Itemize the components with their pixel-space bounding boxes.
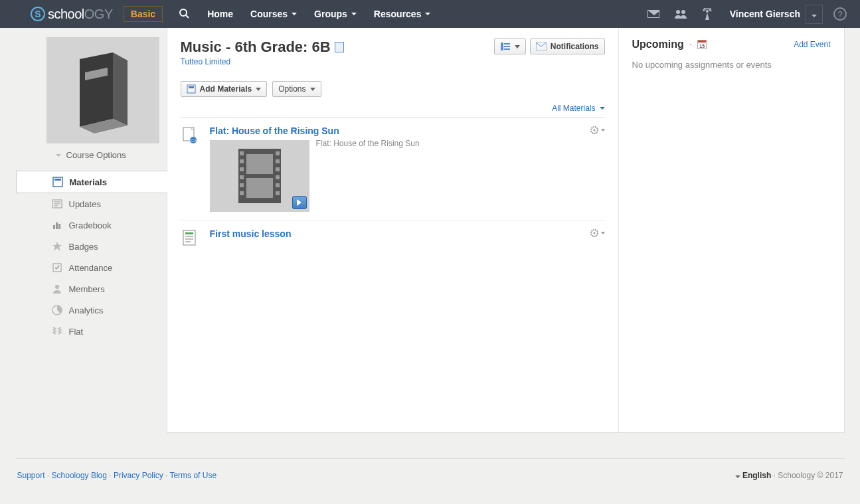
chevron-down-icon: [425, 13, 430, 15]
svg-rect-43: [276, 159, 280, 163]
svg-point-20: [55, 285, 59, 289]
brand-text: schoolOGY: [48, 7, 113, 22]
svg-rect-51: [185, 232, 193, 234]
user-name[interactable]: Vincent Giersch: [730, 9, 800, 19]
svg-rect-23: [504, 43, 510, 44]
svg-point-56: [593, 232, 595, 234]
brand-mark: S: [31, 7, 45, 21]
svg-rect-52: [185, 236, 193, 237]
updates-icon: [52, 199, 62, 209]
sidebar-item-label: Analytics: [69, 305, 104, 315]
notifications-button[interactable]: Notifications: [530, 39, 605, 54]
people-icon[interactable]: [674, 9, 687, 19]
svg-rect-16: [56, 222, 58, 229]
material-settings-button[interactable]: [590, 228, 605, 238]
material-item: First music lesson: [181, 220, 605, 255]
view-toggle-button[interactable]: [494, 39, 526, 54]
footer-blog-link[interactable]: Schoology Blog: [52, 471, 107, 480]
language-selector[interactable]: English: [742, 471, 771, 480]
sidebar-item-members[interactable]: Members: [16, 278, 167, 299]
svg-rect-53: [185, 238, 193, 240]
search-icon[interactable]: [169, 8, 199, 21]
material-title-link[interactable]: Flat: House of the Rising Sun: [210, 126, 605, 136]
material-title-link[interactable]: First music lesson: [210, 228, 605, 239]
svg-point-0: [180, 9, 187, 16]
sidebar-item-label: Members: [69, 284, 105, 294]
gear-icon: [590, 126, 599, 135]
sidebar-item-badges[interactable]: Badges: [16, 236, 167, 257]
material-body: First music lesson: [210, 228, 605, 247]
sidebar-item-materials[interactable]: Materials: [16, 171, 167, 193]
sidebar-item-label: Flat: [69, 327, 84, 337]
svg-point-3: [681, 10, 685, 14]
right-rail: Upcoming · 15 Add Event No upcoming assi…: [618, 28, 844, 432]
sidebar-item-updates[interactable]: Updates: [16, 193, 167, 214]
svg-rect-22: [501, 42, 503, 50]
svg-rect-42: [276, 151, 280, 155]
svg-rect-27: [187, 85, 195, 93]
chevron-down-icon: [812, 15, 817, 17]
options-button[interactable]: Options: [272, 81, 321, 97]
svg-point-2: [676, 10, 680, 14]
material-settings-button[interactable]: [590, 126, 605, 135]
svg-rect-17: [58, 224, 60, 229]
user-menu-toggle[interactable]: [806, 5, 823, 24]
course-options-toggle[interactable]: Course Options: [46, 143, 167, 167]
chevron-down-icon: [601, 232, 605, 234]
film-icon: [233, 146, 286, 206]
course-title: Music - 6th Grade: 6B: [181, 39, 344, 56]
add-event-link[interactable]: Add Event: [794, 40, 830, 49]
footer-support-link[interactable]: Support: [17, 471, 45, 480]
sidebar-item-flat[interactable]: Flat: [16, 321, 167, 342]
page-icon[interactable]: [335, 42, 344, 52]
upcoming-title-text: Upcoming: [632, 39, 684, 50]
plan-badge[interactable]: Basic: [124, 6, 163, 22]
materials-filter[interactable]: All Materials: [552, 104, 604, 113]
gear-icon: [590, 228, 599, 238]
mail-icon[interactable]: [647, 10, 659, 18]
footer-privacy-link[interactable]: Privacy Policy: [114, 471, 163, 480]
course-thumbnail[interactable]: [46, 37, 159, 143]
star-icon: [52, 241, 62, 252]
brand-logo[interactable]: S schoolOGY: [31, 7, 113, 22]
play-icon: [297, 199, 301, 206]
calendar-icon[interactable]: 15: [697, 40, 707, 49]
nav-home-label: Home: [207, 9, 233, 19]
sidebar-item-gradebook[interactable]: Gradebook: [16, 214, 167, 236]
svg-rect-46: [276, 183, 280, 187]
gradebook-icon: [52, 220, 62, 230]
footer-links: Support · Schoology Blog · Privacy Polic…: [17, 471, 217, 480]
footer-right: English · Schoology © 2017: [735, 471, 843, 480]
add-icon: [187, 84, 196, 94]
nav-courses-label: Courses: [250, 9, 288, 19]
chevron-down-icon: [515, 45, 520, 48]
add-materials-button[interactable]: Add Materials: [181, 81, 268, 97]
footer-terms-link[interactable]: Terms of Use: [169, 471, 216, 480]
help-icon[interactable]: ?: [833, 7, 847, 21]
material-thumbnail[interactable]: [210, 140, 309, 212]
svg-rect-15: [53, 225, 55, 229]
top-navbar: S schoolOGY Basic Home Courses Groups Re…: [0, 0, 860, 28]
course-org-link[interactable]: Tutteo Limited: [181, 57, 344, 66]
svg-rect-47: [276, 191, 280, 195]
sidebar-item-attendance[interactable]: Attendance: [16, 257, 167, 278]
broadcast-icon[interactable]: [702, 8, 713, 20]
sidebar-item-label: Updates: [69, 199, 101, 209]
play-button[interactable]: [292, 196, 307, 209]
nav-courses[interactable]: Courses: [242, 9, 305, 19]
svg-rect-25: [504, 48, 510, 50]
svg-rect-24: [504, 46, 510, 47]
nav-home[interactable]: Home: [199, 9, 242, 19]
sidebar: Course Options Materials Updates Gradebo…: [16, 28, 167, 433]
nav-groups[interactable]: Groups: [305, 9, 365, 19]
sidebar-item-label: Materials: [70, 177, 107, 187]
nav-resources[interactable]: Resources: [365, 9, 440, 19]
chevron-down-icon: [601, 129, 605, 131]
svg-rect-35: [246, 178, 273, 198]
svg-marker-6: [113, 52, 128, 126]
chevron-down-icon: [56, 154, 61, 157]
svg-rect-37: [240, 159, 244, 163]
chevron-down-icon: [292, 13, 297, 15]
sidebar-item-analytics[interactable]: Analytics: [16, 299, 167, 321]
course-options-label: Course Options: [66, 150, 126, 160]
